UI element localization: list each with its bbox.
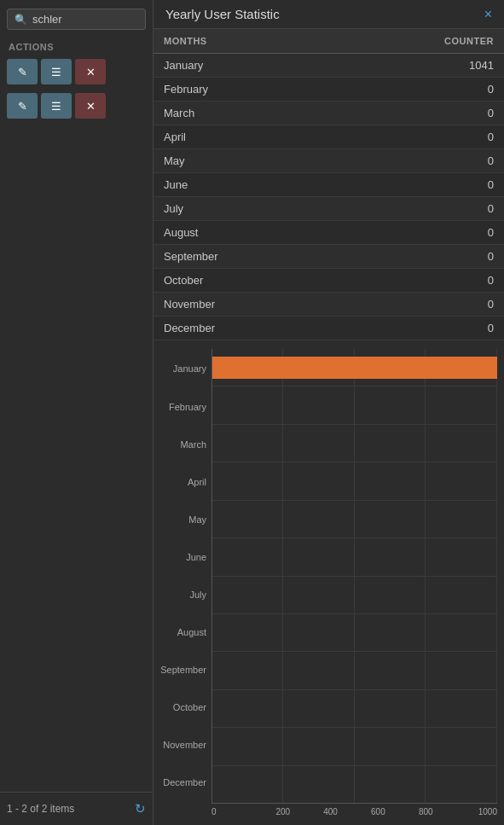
chart-bar — [212, 357, 497, 379]
chart-bar-row — [212, 386, 497, 424]
actions-label: ACTIONS — [0, 38, 153, 57]
table-row: April0 — [154, 125, 504, 149]
month-cell: July — [154, 197, 334, 221]
counter-cell: 0 — [334, 293, 504, 317]
month-cell: May — [154, 149, 334, 173]
col-header-months: MONTHS — [154, 29, 334, 54]
counter-cell: 0 — [334, 173, 504, 197]
close-button[interactable]: × — [484, 8, 492, 21]
chart-bar-row — [212, 425, 497, 462]
counter-cell: 0 — [334, 78, 504, 102]
main-container: 🔍 ACTIONS ✎ ☰ ✕ ✎ ☰ ✕ 1 - 2 of 2 items ↻… — [0, 0, 504, 825]
month-cell: February — [154, 78, 334, 102]
counter-cell: 0 — [334, 125, 504, 149]
sidebar: 🔍 ACTIONS ✎ ☰ ✕ ✎ ☰ ✕ 1 - 2 of 2 items ↻ — [0, 0, 154, 825]
panel-header: Yearly User Statistic × — [154, 0, 504, 29]
search-icon: 🔍 — [14, 14, 27, 26]
chart-month-label: March — [154, 439, 211, 450]
x-axis-tick: 1000 — [449, 807, 497, 816]
chart-bar-row — [212, 462, 497, 500]
chart-bar-row — [212, 349, 497, 386]
table-row: January1041 — [154, 54, 504, 78]
right-panel: Yearly User Statistic × MONTHS COUNTER J… — [154, 0, 504, 825]
action-row-1: ✎ ☰ ✕ — [0, 57, 153, 91]
chart-month-label: December — [154, 777, 211, 788]
chart-bar-row — [212, 614, 497, 652]
chart-bar-row — [212, 728, 497, 765]
month-cell: April — [154, 125, 334, 149]
month-cell: January — [154, 54, 334, 78]
counter-cell: 0 — [334, 269, 504, 293]
chart-inner: JanuaryFebruaryMarchAprilMayJuneJulyAugu… — [154, 349, 497, 816]
action-row-2: ✎ ☰ ✕ — [0, 91, 153, 125]
chart-month-label: August — [154, 627, 211, 638]
x-axis-tick: 600 — [354, 807, 402, 816]
sidebar-footer: 1 - 2 of 2 items ↻ — [0, 792, 153, 825]
edit-button-1[interactable]: ✎ — [7, 59, 38, 84]
chart-labels: JanuaryFebruaryMarchAprilMayJuneJulyAugu… — [154, 349, 211, 804]
table-row: October0 — [154, 269, 504, 293]
chart-bar-row — [212, 690, 497, 728]
search-bar[interactable]: 🔍 — [7, 9, 146, 30]
counter-cell: 0 — [334, 245, 504, 269]
chart-month-label: February — [154, 402, 211, 413]
chart-x-axis: 02004006008001000 — [154, 804, 497, 816]
x-axis-tick: 0 — [211, 807, 259, 816]
table-row: March0 — [154, 102, 504, 125]
counter-cell: 0 — [334, 317, 504, 340]
table-row: February0 — [154, 78, 504, 102]
counter-cell: 0 — [334, 197, 504, 221]
table-row: August0 — [154, 221, 504, 245]
chart-month-label: June — [154, 552, 211, 563]
chart-bar-row — [212, 577, 497, 614]
chart-container: JanuaryFebruaryMarchAprilMayJuneJulyAugu… — [154, 340, 504, 825]
panel-title: Yearly User Statistic — [165, 7, 280, 21]
month-cell: June — [154, 173, 334, 197]
stats-table: MONTHS COUNTER January1041February0March… — [154, 29, 504, 340]
table-row: May0 — [154, 149, 504, 173]
refresh-icon[interactable]: ↻ — [135, 801, 146, 816]
search-input[interactable] — [32, 13, 138, 26]
counter-cell: 0 — [334, 221, 504, 245]
chart-bar-row — [212, 501, 497, 538]
edit-button-2[interactable]: ✎ — [7, 93, 38, 119]
chart-month-label: July — [154, 590, 211, 601]
x-axis-tick: 800 — [402, 807, 449, 816]
month-cell: December — [154, 317, 334, 340]
items-count: 1 - 2 of 2 items — [7, 803, 74, 815]
chart-month-label: January — [154, 363, 211, 375]
table-row: September0 — [154, 245, 504, 269]
counter-cell: 0 — [334, 102, 504, 125]
delete-button-2[interactable]: ✕ — [75, 93, 106, 119]
table-row: July0 — [154, 197, 504, 221]
month-cell: September — [154, 245, 334, 269]
month-cell: March — [154, 102, 334, 125]
chart-month-label: September — [154, 665, 211, 676]
filter-button-1[interactable]: ☰ — [41, 59, 72, 84]
month-cell: November — [154, 293, 334, 317]
table-row: December0 — [154, 317, 504, 340]
stats-table-wrapper: MONTHS COUNTER January1041February0March… — [154, 29, 504, 340]
chart-area: JanuaryFebruaryMarchAprilMayJuneJulyAugu… — [154, 349, 497, 804]
col-header-counter: COUNTER — [334, 29, 504, 54]
month-cell: October — [154, 269, 334, 293]
chart-month-label: April — [154, 477, 211, 488]
chart-rows — [212, 349, 497, 803]
filter-button-2[interactable]: ☰ — [41, 93, 72, 119]
chart-bar-row — [212, 538, 497, 576]
chart-month-label: November — [154, 740, 211, 751]
delete-button-1[interactable]: ✕ — [75, 59, 106, 84]
month-cell: August — [154, 221, 334, 245]
chart-bar-row — [212, 652, 497, 689]
chart-month-label: October — [154, 702, 211, 713]
x-axis-tick: 400 — [307, 807, 355, 816]
chart-bar-row — [212, 766, 497, 803]
chart-month-label: May — [154, 514, 211, 526]
table-row: November0 — [154, 293, 504, 317]
table-row: June0 — [154, 173, 504, 197]
chart-bars-area — [211, 349, 497, 804]
counter-cell: 0 — [334, 149, 504, 173]
x-axis-tick: 200 — [259, 807, 307, 816]
counter-cell: 1041 — [334, 54, 504, 78]
